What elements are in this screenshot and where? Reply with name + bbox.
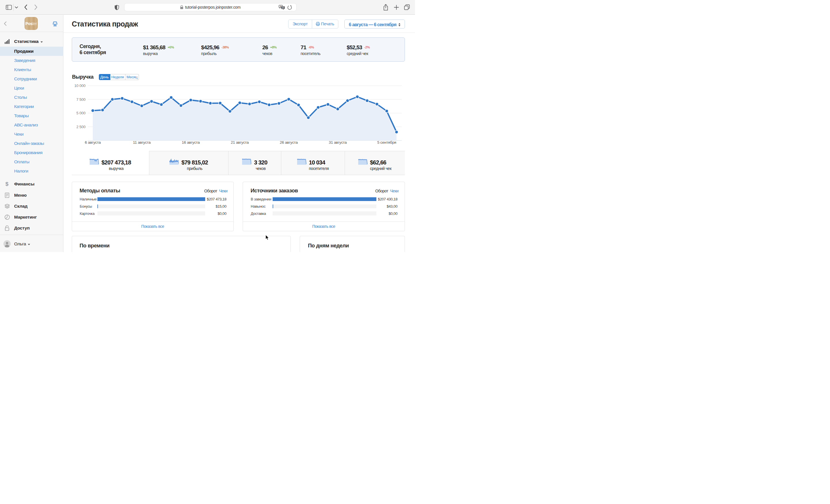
svg-text:文: 文	[282, 6, 284, 9]
svg-text:11 августа: 11 августа	[133, 140, 151, 144]
svg-text:10 000: 10 000	[74, 83, 86, 88]
svg-text:7 500: 7 500	[76, 97, 86, 102]
svg-text:2 500: 2 500	[76, 125, 86, 129]
svg-text:$: $	[5, 181, 9, 187]
svg-text:6 августа: 6 августа	[85, 140, 101, 144]
svg-text:31 августа: 31 августа	[329, 140, 347, 144]
svg-text:21 августа: 21 августа	[231, 140, 249, 144]
svg-text:26 августа: 26 августа	[280, 140, 298, 144]
svg-text:16 августа: 16 августа	[182, 140, 200, 144]
svg-text:5 сентября: 5 сентября	[377, 140, 396, 144]
svg-text:5 000: 5 000	[76, 111, 86, 115]
